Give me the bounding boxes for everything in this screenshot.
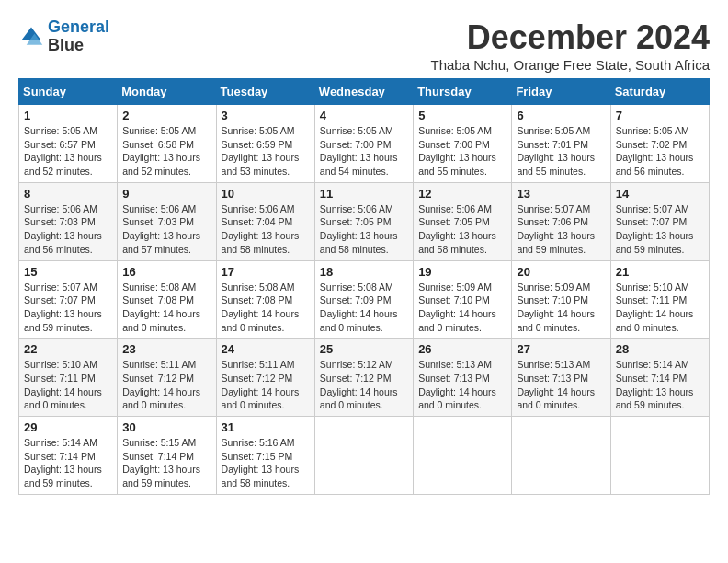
day-info: Sunrise: 5:14 AM Sunset: 7:14 PM Dayligh… <box>24 436 112 490</box>
day-info: Sunrise: 5:05 AM Sunset: 6:57 PM Dayligh… <box>24 124 112 178</box>
day-number: 31 <box>222 420 310 434</box>
day-number: 1 <box>24 109 112 122</box>
day-info: Sunrise: 5:07 AM Sunset: 7:07 PM Dayligh… <box>616 202 704 257</box>
day-cell: 13Sunrise: 5:07 AM Sunset: 7:06 PM Dayli… <box>512 182 610 260</box>
day-info: Sunrise: 5:05 AM Sunset: 7:02 PM Dayligh… <box>616 124 704 178</box>
calendar-header-row: Sunday Monday Tuesday Wednesday Thursday… <box>19 79 710 105</box>
day-cell: 27Sunrise: 5:13 AM Sunset: 7:13 PM Dayli… <box>512 339 610 417</box>
day-number: 22 <box>24 342 112 356</box>
day-cell <box>610 417 709 495</box>
day-number: 7 <box>616 109 704 122</box>
day-cell: 12Sunrise: 5:06 AM Sunset: 7:05 PM Dayli… <box>414 182 512 260</box>
day-info: Sunrise: 5:09 AM Sunset: 7:10 PM Dayligh… <box>418 281 506 335</box>
day-cell: 15Sunrise: 5:07 AM Sunset: 7:07 PM Dayli… <box>19 260 118 339</box>
day-cell: 21Sunrise: 5:10 AM Sunset: 7:11 PM Dayli… <box>610 260 709 339</box>
day-info: Sunrise: 5:05 AM Sunset: 7:01 PM Dayligh… <box>517 124 605 178</box>
day-info: Sunrise: 5:10 AM Sunset: 7:11 PM Dayligh… <box>24 358 112 412</box>
day-info: Sunrise: 5:11 AM Sunset: 7:12 PM Dayligh… <box>222 358 310 412</box>
day-cell: 8Sunrise: 5:06 AM Sunset: 7:03 PM Daylig… <box>19 182 118 260</box>
day-number: 24 <box>222 342 310 356</box>
day-number: 12 <box>418 187 506 201</box>
day-number: 27 <box>517 342 605 356</box>
day-cell: 28Sunrise: 5:14 AM Sunset: 7:14 PM Dayli… <box>610 339 709 417</box>
day-cell <box>512 417 610 495</box>
day-cell: 7Sunrise: 5:05 AM Sunset: 7:02 PM Daylig… <box>610 105 709 183</box>
day-cell: 6Sunrise: 5:05 AM Sunset: 7:01 PM Daylig… <box>512 105 610 183</box>
day-number: 15 <box>24 265 112 279</box>
week-row-3: 15Sunrise: 5:07 AM Sunset: 7:07 PM Dayli… <box>19 260 710 339</box>
day-cell: 16Sunrise: 5:08 AM Sunset: 7:08 PM Dayli… <box>118 260 216 339</box>
day-number: 28 <box>616 342 704 356</box>
day-info: Sunrise: 5:12 AM Sunset: 7:12 PM Dayligh… <box>320 358 408 412</box>
location: Thaba Nchu, Orange Free State, South Afr… <box>430 57 710 73</box>
day-cell: 18Sunrise: 5:08 AM Sunset: 7:09 PM Dayli… <box>314 260 413 339</box>
week-row-1: 1Sunrise: 5:05 AM Sunset: 6:57 PM Daylig… <box>19 105 710 183</box>
day-number: 16 <box>122 265 210 279</box>
day-number: 10 <box>222 187 310 201</box>
day-info: Sunrise: 5:06 AM Sunset: 7:03 PM Dayligh… <box>122 202 210 257</box>
day-number: 17 <box>222 265 310 279</box>
day-cell <box>414 417 512 495</box>
day-cell: 5Sunrise: 5:05 AM Sunset: 7:00 PM Daylig… <box>414 105 512 183</box>
day-cell: 9Sunrise: 5:06 AM Sunset: 7:03 PM Daylig… <box>118 182 216 260</box>
page-header: General Blue December 2024 Thaba Nchu, O… <box>18 18 710 73</box>
day-number: 23 <box>122 342 210 356</box>
day-info: Sunrise: 5:08 AM Sunset: 7:08 PM Dayligh… <box>122 281 210 335</box>
logo-icon <box>18 24 44 50</box>
header-monday: Monday <box>118 79 216 105</box>
day-cell: 22Sunrise: 5:10 AM Sunset: 7:11 PM Dayli… <box>19 339 118 417</box>
week-row-2: 8Sunrise: 5:06 AM Sunset: 7:03 PM Daylig… <box>19 182 710 260</box>
day-cell: 14Sunrise: 5:07 AM Sunset: 7:07 PM Dayli… <box>610 182 709 260</box>
day-cell: 24Sunrise: 5:11 AM Sunset: 7:12 PM Dayli… <box>216 339 314 417</box>
day-number: 3 <box>222 109 310 122</box>
day-number: 21 <box>616 265 704 279</box>
day-cell: 20Sunrise: 5:09 AM Sunset: 7:10 PM Dayli… <box>512 260 610 339</box>
day-info: Sunrise: 5:14 AM Sunset: 7:14 PM Dayligh… <box>616 358 704 412</box>
day-info: Sunrise: 5:11 AM Sunset: 7:12 PM Dayligh… <box>122 358 210 412</box>
week-row-5: 29Sunrise: 5:14 AM Sunset: 7:14 PM Dayli… <box>19 417 710 495</box>
logo: General Blue <box>18 18 109 55</box>
day-number: 14 <box>616 187 704 201</box>
day-info: Sunrise: 5:05 AM Sunset: 7:00 PM Dayligh… <box>418 124 506 178</box>
day-number: 8 <box>24 187 112 201</box>
day-number: 13 <box>517 187 605 201</box>
day-cell: 10Sunrise: 5:06 AM Sunset: 7:04 PM Dayli… <box>216 182 314 260</box>
day-info: Sunrise: 5:07 AM Sunset: 7:07 PM Dayligh… <box>24 281 112 335</box>
day-number: 11 <box>320 187 408 201</box>
day-cell: 23Sunrise: 5:11 AM Sunset: 7:12 PM Dayli… <box>118 339 216 417</box>
day-number: 20 <box>517 265 605 279</box>
logo-text: General Blue <box>48 18 109 55</box>
day-info: Sunrise: 5:08 AM Sunset: 7:08 PM Dayligh… <box>222 281 310 335</box>
title-section: December 2024 Thaba Nchu, Orange Free St… <box>430 18 710 73</box>
day-info: Sunrise: 5:09 AM Sunset: 7:10 PM Dayligh… <box>517 281 605 335</box>
day-cell: 31Sunrise: 5:16 AM Sunset: 7:15 PM Dayli… <box>216 417 314 495</box>
header-friday: Friday <box>512 79 610 105</box>
header-sunday: Sunday <box>19 79 118 105</box>
day-cell: 1Sunrise: 5:05 AM Sunset: 6:57 PM Daylig… <box>19 105 118 183</box>
day-cell: 3Sunrise: 5:05 AM Sunset: 6:59 PM Daylig… <box>216 105 314 183</box>
header-thursday: Thursday <box>414 79 512 105</box>
day-info: Sunrise: 5:13 AM Sunset: 7:13 PM Dayligh… <box>418 358 506 412</box>
day-cell <box>314 417 413 495</box>
day-number: 29 <box>24 420 112 434</box>
day-info: Sunrise: 5:16 AM Sunset: 7:15 PM Dayligh… <box>222 436 310 490</box>
day-cell: 19Sunrise: 5:09 AM Sunset: 7:10 PM Dayli… <box>414 260 512 339</box>
day-number: 4 <box>320 109 408 122</box>
day-number: 18 <box>320 265 408 279</box>
day-cell: 26Sunrise: 5:13 AM Sunset: 7:13 PM Dayli… <box>414 339 512 417</box>
day-cell: 11Sunrise: 5:06 AM Sunset: 7:05 PM Dayli… <box>314 182 413 260</box>
day-info: Sunrise: 5:06 AM Sunset: 7:05 PM Dayligh… <box>320 202 408 257</box>
month-title: December 2024 <box>430 18 710 57</box>
day-cell: 30Sunrise: 5:15 AM Sunset: 7:14 PM Dayli… <box>118 417 216 495</box>
day-cell: 17Sunrise: 5:08 AM Sunset: 7:08 PM Dayli… <box>216 260 314 339</box>
day-info: Sunrise: 5:05 AM Sunset: 6:58 PM Dayligh… <box>122 124 210 178</box>
day-number: 26 <box>418 342 506 356</box>
day-info: Sunrise: 5:06 AM Sunset: 7:05 PM Dayligh… <box>418 202 506 257</box>
day-info: Sunrise: 5:05 AM Sunset: 7:00 PM Dayligh… <box>320 124 408 178</box>
week-row-4: 22Sunrise: 5:10 AM Sunset: 7:11 PM Dayli… <box>19 339 710 417</box>
day-info: Sunrise: 5:13 AM Sunset: 7:13 PM Dayligh… <box>517 358 605 412</box>
day-info: Sunrise: 5:06 AM Sunset: 7:03 PM Dayligh… <box>24 202 112 257</box>
header-tuesday: Tuesday <box>216 79 314 105</box>
day-number: 6 <box>517 109 605 122</box>
day-number: 2 <box>122 109 210 122</box>
